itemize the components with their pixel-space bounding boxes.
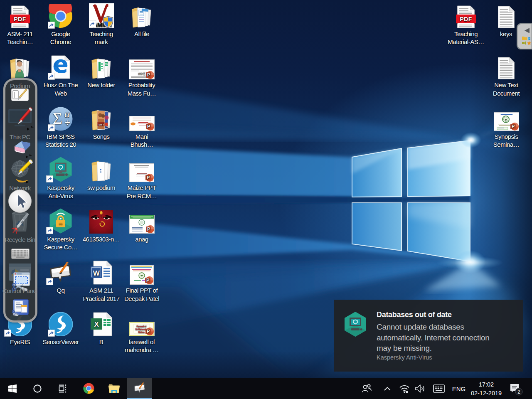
svg-text:P: P: [512, 124, 515, 129]
svg-text:3.in: 3.in: [105, 125, 108, 128]
svg-text:Farewell of: Farewell of: [136, 325, 146, 328]
svg-text:P: P: [147, 175, 150, 180]
svg-text:P: P: [147, 227, 150, 232]
svg-text:PDF: PDF: [460, 15, 472, 22]
svg-text:P: P: [147, 329, 150, 334]
svg-text:÷: ÷: [65, 118, 70, 128]
svg-text:W: W: [93, 269, 100, 277]
svg-text:PDF: PDF: [14, 15, 26, 22]
svg-text:2: 2: [517, 389, 520, 395]
svg-text:ƒ(x)=∑: ƒ(x)=∑: [138, 72, 145, 75]
svg-text:P: P: [147, 72, 150, 77]
svg-text:SUFI: SUFI: [99, 123, 104, 126]
svg-text:Mishra: Mishra: [138, 331, 145, 333]
svg-text:‹·›: ‹·›: [59, 222, 62, 226]
svg-text:P: P: [146, 278, 149, 283]
svg-text:P: P: [147, 124, 150, 129]
svg-text:X: X: [94, 320, 99, 328]
